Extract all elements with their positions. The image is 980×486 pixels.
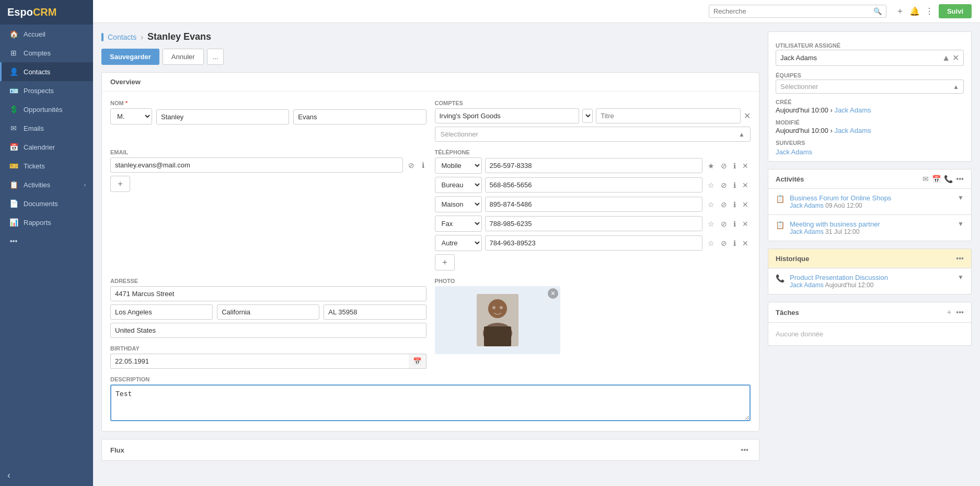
phone-type-select-3[interactable]: Fax [435,216,482,232]
sidebar-item-rapports[interactable]: 📊 Rapports [0,213,93,232]
last-name-input[interactable] [293,109,426,125]
historique-meta-0: Jack Adams Aujourd'hui 12:00 [790,281,952,289]
sidebar-item-comptes[interactable]: ⊞ Comptes [0,43,93,62]
sidebar-item-tickets[interactable]: 🎫 Tickets [0,156,93,175]
sidebar-item-prospects[interactable]: 🪪 Prospects [0,81,93,100]
assigned-up-btn[interactable]: ▲ [942,53,950,63]
account-remove-btn[interactable]: ✕ [744,111,751,121]
activity-more-icon[interactable]: ••• [956,175,964,183]
phone-number-input-1[interactable] [485,177,703,193]
historique-dropdown-0[interactable]: ▼ [958,274,964,281]
phone-info-4[interactable]: ℹ [731,238,738,248]
breadcrumb-parent[interactable]: Contacts [108,33,136,41]
phone-opt-2[interactable]: ⊘ [719,199,729,210]
bell-icon[interactable]: 🔔 [909,6,920,16]
sidebar-label-prospects: Prospects [24,87,54,95]
search-bar[interactable]: 🔍 [709,5,886,18]
sidebar-item-emails[interactable]: ✉ Emails [0,119,93,138]
email-input[interactable] [110,157,403,173]
sidebar-item-more[interactable]: ••• [0,232,93,251]
modifie-by-link[interactable]: Jack Adams [834,127,871,134]
add-email-btn[interactable]: ＋ [110,176,130,192]
phone-remove-0[interactable]: ✕ [740,161,751,171]
country-input[interactable] [110,323,426,338]
zip-input[interactable] [324,304,426,320]
phone-opt-1[interactable]: ⊘ [719,180,729,190]
account-title-input[interactable] [596,108,741,123]
phone-type-select-1[interactable]: Bureau [435,177,482,193]
sidebar-item-opportunites[interactable]: 💲 Opportunités [0,100,93,119]
phone-info-0[interactable]: ℹ [731,161,738,171]
activity-dropdown-1[interactable]: ▼ [958,220,964,228]
calendar-icon[interactable]: 📅 [409,354,426,369]
phone-remove-3[interactable]: ✕ [740,219,751,229]
phone-opt-3[interactable]: ⊘ [719,219,729,229]
phone-number-input-3[interactable] [485,216,703,231]
sidebar-item-activities[interactable]: 📋 Activities › [0,175,93,194]
suiveur-jack[interactable]: Jack Adams [776,148,812,156]
phone-remove-1[interactable]: ✕ [740,180,751,190]
phone-star-0[interactable]: ★ [706,161,717,171]
taches-add-btn[interactable]: ＋ [946,308,953,317]
phone-star-4[interactable]: ☆ [706,238,717,248]
search-input[interactable] [713,7,873,15]
follow-button[interactable]: Suivi [939,4,972,18]
historique-title-0[interactable]: Product Presentation Discussion [790,274,888,281]
phone-star-3[interactable]: ☆ [706,219,717,229]
birthday-input[interactable] [110,354,409,369]
cree-by-link[interactable]: Jack Adams [834,106,871,114]
save-button[interactable]: Sauvegarder [101,49,159,65]
add-phone-btn[interactable]: ＋ [435,254,455,270]
phone-type-select-0[interactable]: Mobile [435,157,482,174]
sidebar-item-calendrier[interactable]: 📅 Calendrier [0,138,93,156]
salut-select[interactable]: M. [110,108,152,125]
activity-title-1[interactable]: Meeting with business partner [790,220,880,228]
state-input[interactable] [217,304,319,320]
phone-number-input-4[interactable] [485,235,703,251]
photo-remove-btn[interactable]: ✕ [548,288,558,299]
phone-star-1[interactable]: ☆ [706,180,717,190]
activity-title-0[interactable]: Business Forum for Online Shops [790,194,891,202]
description-label: Description [110,376,751,382]
phone-remove-4[interactable]: ✕ [740,238,751,248]
options-icon[interactable]: ⋮ [925,6,933,16]
teams-select[interactable]: Sélectionner ▲ [776,80,964,94]
phone-type-select-2[interactable]: Maison [435,196,482,212]
select-account-btn[interactable]: Sélectionner ▲ [435,127,751,142]
street-input[interactable] [110,286,426,301]
sidebar-item-accueil[interactable]: 🏠 Accueil [0,25,93,43]
historique-more-icon[interactable]: ••• [956,254,964,263]
flux-more-btn[interactable]: ••• [739,445,751,455]
activity-email-icon[interactable]: ✉ [923,175,929,183]
sidebar-item-documents[interactable]: 📄 Documents [0,194,93,213]
phone-number-input-2[interactable] [485,197,703,212]
more-button[interactable]: ... [207,49,224,65]
taches-more-btn[interactable]: ••• [956,308,964,317]
phone-type-select-4[interactable]: Autre [435,235,482,251]
activity-calendar-icon[interactable]: 📅 [932,175,941,183]
add-icon[interactable]: ＋ [896,6,904,17]
search-icon[interactable]: 🔍 [873,7,882,15]
phone-star-2[interactable]: ☆ [706,199,717,210]
phone-remove-2[interactable]: ✕ [740,199,751,210]
city-input[interactable] [110,304,213,320]
phone-opt-0[interactable]: ⊘ [719,161,729,171]
sidebar-item-contacts[interactable]: 👤 Contacts [0,62,93,81]
phone-opt-4[interactable]: ⊘ [719,238,729,248]
email-opt-icon[interactable]: ⊘ [406,160,417,171]
account-name-input[interactable] [435,108,580,123]
sidebar-collapse-btn[interactable]: ‹ [0,465,93,486]
first-name-input[interactable] [156,109,289,125]
cancel-button[interactable]: Annuler [163,49,204,65]
phone-info-1[interactable]: ℹ [731,180,738,190]
phone-number-input-0[interactable] [485,158,703,173]
activity-dropdown-0[interactable]: ▼ [958,194,964,201]
phone-info-2[interactable]: ℹ [731,199,738,210]
activity-phone-icon[interactable]: 📞 [944,175,953,183]
assigned-clear-btn[interactable]: ✕ [952,53,959,63]
description-textarea[interactable]: Test [110,385,751,421]
account-type-select[interactable] [582,109,593,123]
phone-info-3[interactable]: ℹ [731,219,738,229]
email-info-icon[interactable]: ℹ [420,160,426,171]
historique-more-btn[interactable]: ••• [956,254,964,263]
